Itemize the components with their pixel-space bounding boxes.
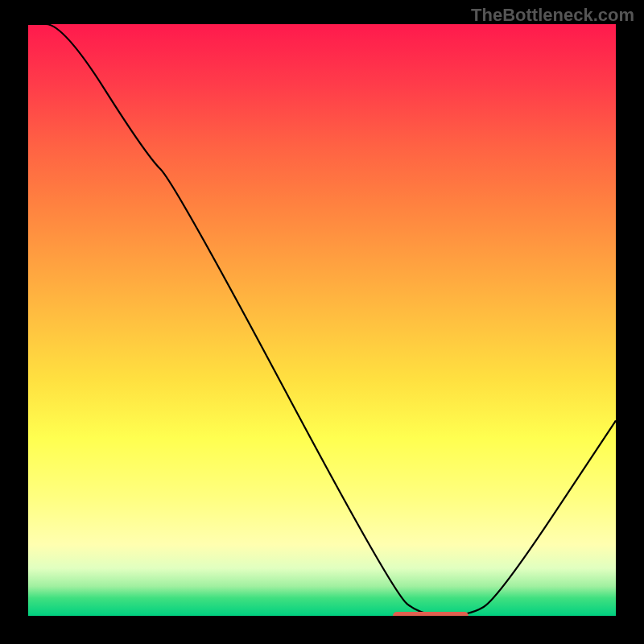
watermark-text: TheBottleneck.com bbox=[471, 5, 634, 26]
bottleneck-curve-path bbox=[28, 24, 616, 616]
curve-svg bbox=[28, 24, 616, 616]
bottleneck-marker bbox=[393, 612, 469, 616]
plot-area bbox=[28, 24, 616, 616]
